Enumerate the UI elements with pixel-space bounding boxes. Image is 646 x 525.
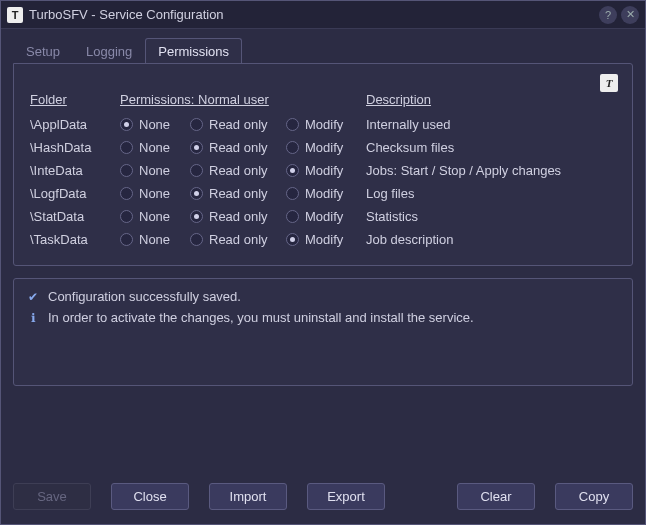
radio-label: Modify [305,232,343,247]
tab-logging[interactable]: Logging [73,38,145,64]
tab-permissions[interactable]: Permissions [145,38,242,64]
radio-label: None [139,117,170,132]
radio-modify[interactable]: Modify [286,140,366,155]
radio-readonly[interactable]: Read only [190,140,286,155]
save-button: Save [13,483,91,510]
message-activate-text: In order to activate the changes, you mu… [48,310,474,325]
radio-dot-icon [190,187,203,200]
info-icon: ℹ [26,311,40,325]
radio-modify[interactable]: Modify [286,186,366,201]
radio-dot-icon [286,118,299,131]
folder-cell: \StatData [30,209,120,224]
clear-button[interactable]: Clear [457,483,535,510]
radio-dot-icon [286,164,299,177]
radio-label: Modify [305,140,343,155]
permissions-panel: T Folder Permissions: Normal user Descri… [13,63,633,266]
close-button[interactable]: Close [111,483,189,510]
radio-dot-icon [190,210,203,223]
export-button[interactable]: Export [307,483,385,510]
radio-dot-icon [190,118,203,131]
radio-readonly[interactable]: Read only [190,186,286,201]
description-cell: Internally used [366,117,616,132]
radio-dot-icon [286,187,299,200]
radio-label: None [139,209,170,224]
description-cell: Log files [366,186,616,201]
radio-readonly[interactable]: Read only [190,117,286,132]
folder-cell: \ApplData [30,117,120,132]
radio-dot-icon [120,118,133,131]
radio-label: Read only [209,140,268,155]
radio-label: Read only [209,209,268,224]
radio-none[interactable]: None [120,163,190,178]
radio-label: None [139,186,170,201]
radio-label: Read only [209,232,268,247]
folder-cell: \TaskData [30,232,120,247]
message-saved: ✔ Configuration successfully saved. [26,289,620,304]
radio-none[interactable]: None [120,209,190,224]
radio-modify[interactable]: Modify [286,232,366,247]
radio-dot-icon [120,141,133,154]
radio-label: None [139,232,170,247]
app-icon: T [7,7,23,23]
radio-dot-icon [120,187,133,200]
radio-readonly[interactable]: Read only [190,163,286,178]
radio-label: Read only [209,163,268,178]
radio-label: Read only [209,186,268,201]
radio-modify[interactable]: Modify [286,163,366,178]
button-bar: Save Close Import Export Clear Copy [1,471,645,524]
description-cell: Checksum files [366,140,616,155]
window-title: TurboSFV - Service Configuration [29,7,595,22]
message-box: ✔ Configuration successfully saved. ℹ In… [13,278,633,386]
radio-label: Modify [305,209,343,224]
radio-label: None [139,163,170,178]
import-button[interactable]: Import [209,483,287,510]
window: T TurboSFV - Service Configuration ? ✕ S… [0,0,646,525]
folder-cell: \LogfData [30,186,120,201]
column-header-permissions: Permissions: Normal user [120,92,366,109]
description-cell: Jobs: Start / Stop / Apply changes [366,163,616,178]
brand-icon: T [600,74,618,92]
radio-label: Read only [209,117,268,132]
folder-cell: \HashData [30,140,120,155]
radio-modify[interactable]: Modify [286,117,366,132]
folder-cell: \InteData [30,163,120,178]
radio-dot-icon [190,141,203,154]
check-icon: ✔ [26,290,40,304]
message-activate: ℹ In order to activate the changes, you … [26,310,620,325]
radio-dot-icon [120,233,133,246]
column-header-description: Description [366,92,616,109]
radio-readonly[interactable]: Read only [190,209,286,224]
radio-dot-icon [190,233,203,246]
tab-setup[interactable]: Setup [13,38,73,64]
radio-label: Modify [305,117,343,132]
description-cell: Job description [366,232,616,247]
radio-dot-icon [286,141,299,154]
radio-dot-icon [120,164,133,177]
description-cell: Statistics [366,209,616,224]
radio-dot-icon [190,164,203,177]
close-window-button[interactable]: ✕ [621,6,639,24]
radio-none[interactable]: None [120,232,190,247]
copy-button[interactable]: Copy [555,483,633,510]
titlebar: T TurboSFV - Service Configuration ? ✕ [1,1,645,29]
radio-none[interactable]: None [120,186,190,201]
tab-bar: Setup Logging Permissions [13,37,633,63]
radio-label: None [139,140,170,155]
radio-label: Modify [305,163,343,178]
radio-dot-icon [286,233,299,246]
radio-dot-icon [286,210,299,223]
radio-modify[interactable]: Modify [286,209,366,224]
radio-none[interactable]: None [120,117,190,132]
column-header-folder: Folder [30,92,120,109]
radio-readonly[interactable]: Read only [190,232,286,247]
permissions-grid: Folder Permissions: Normal user Descript… [30,92,616,247]
help-button[interactable]: ? [599,6,617,24]
message-saved-text: Configuration successfully saved. [48,289,241,304]
radio-label: Modify [305,186,343,201]
radio-none[interactable]: None [120,140,190,155]
radio-dot-icon [120,210,133,223]
content-area: Setup Logging Permissions T Folder Permi… [1,29,645,471]
